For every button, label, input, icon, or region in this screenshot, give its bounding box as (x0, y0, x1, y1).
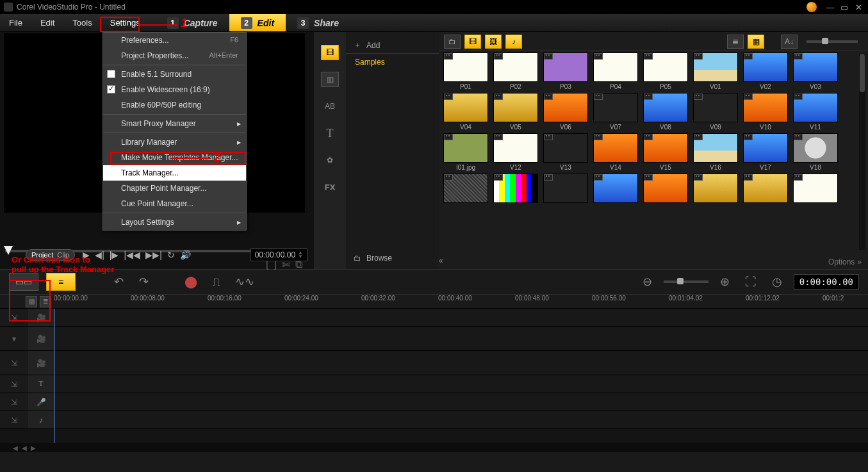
ruler-body[interactable]: 00:00:00.0000:00:08.0000:00:16.0000:00:2… (54, 295, 868, 308)
overlay2-track-body[interactable] (54, 351, 868, 375)
library-item[interactable]: V01 (692, 53, 739, 90)
filter-photo-button[interactable]: 🖼 (485, 35, 502, 49)
track-manager-icon[interactable]: ≣ (40, 296, 51, 307)
library-folder-icon[interactable]: 🗀 (444, 35, 461, 49)
fit-project-button[interactable]: ⛶ (741, 275, 760, 289)
library-scrollbar[interactable] (859, 54, 865, 250)
video-track-body[interactable] (54, 309, 868, 326)
minimize-button[interactable]: — (824, 3, 836, 12)
lock-title-button[interactable]: ⇲ (0, 375, 28, 393)
mode-clip[interactable]: Clip (57, 251, 69, 259)
music-track-icon[interactable]: ♪ (28, 411, 54, 428)
menu-item-cue-point-manager[interactable]: Cue Point Manager... (103, 196, 246, 211)
thumbnail-size-slider[interactable] (807, 40, 858, 43)
storyboard-view-button[interactable]: ▭▭ (9, 273, 38, 291)
next-frame-button[interactable]: |▶ (110, 250, 119, 260)
scroll-left2-button[interactable]: ◀ (22, 444, 27, 452)
timeline-view-button[interactable]: ≡ (46, 273, 76, 291)
library-item[interactable] (692, 174, 739, 204)
undo-button[interactable]: ↶ (110, 275, 127, 289)
step-edit[interactable]: 2Edit (229, 14, 286, 31)
step-capture[interactable]: 1Capture (156, 14, 229, 31)
title-track-icon[interactable]: T (28, 375, 54, 393)
library-item[interactable]: I01.jpg (443, 133, 489, 171)
menu-file[interactable]: File (0, 14, 31, 31)
library-item[interactable] (493, 174, 539, 204)
record-button[interactable]: ⬤ (181, 275, 201, 289)
slider-knob-icon[interactable] (822, 38, 828, 44)
zoom-out-button[interactable]: ⊖ (639, 275, 656, 289)
prev-frame-button[interactable]: ◀| (95, 250, 104, 260)
category-title-ab-button[interactable]: AB (321, 99, 339, 114)
library-item[interactable] (792, 174, 839, 204)
library-item[interactable]: V15 (643, 133, 689, 171)
library-item[interactable] (742, 174, 789, 204)
menu-item-layout-settings[interactable]: Layout Settings▸ (103, 215, 246, 230)
library-item[interactable]: V16 (692, 133, 739, 171)
scroll-thumb[interactable] (860, 54, 865, 92)
timeline-h-scrollbar[interactable]: ◀ ◀ ▶ (0, 443, 868, 452)
library-item[interactable] (443, 174, 489, 204)
video-track-icon[interactable]: 🎥 (28, 309, 54, 326)
lock-overlay-button[interactable]: ⇲ (0, 351, 28, 375)
library-item[interactable]: V02 (742, 53, 789, 90)
folder-samples[interactable]: Samples (346, 54, 439, 70)
audio-mixer-button[interactable]: ⎍ (209, 275, 224, 289)
zoom-slider[interactable] (664, 281, 708, 283)
timecode-spinner[interactable]: ▲▼ (298, 251, 303, 259)
maximize-button[interactable]: ▭ (839, 3, 850, 12)
end-button[interactable]: ▶▶| (145, 250, 162, 260)
library-item[interactable]: V17 (742, 133, 789, 171)
browse-button[interactable]: 🗀 Browse (346, 251, 400, 265)
library-item[interactable]: P01 (443, 53, 489, 90)
library-item[interactable]: V13 (543, 133, 589, 171)
library-item[interactable]: V14 (593, 133, 639, 171)
library-item[interactable]: V06 (543, 93, 589, 131)
close-button[interactable]: ✕ (853, 3, 864, 12)
scroll-right-button[interactable]: ▶ (31, 444, 36, 452)
menu-item-enable-widescreen-16-9[interactable]: Enable Widescreen (16:9) (103, 82, 246, 97)
category-fx-button[interactable]: FX (321, 179, 339, 195)
mode-project[interactable]: Project (31, 251, 53, 259)
play-button[interactable]: ▶ (83, 250, 90, 260)
view-grid-button[interactable]: ▦ (748, 35, 764, 49)
menu-item-library-manager[interactable]: Library Manager▸ (103, 134, 246, 150)
category-transition-button[interactable]: ▥ (321, 72, 339, 87)
library-item[interactable]: V05 (493, 93, 539, 131)
library-item[interactable]: P03 (543, 53, 589, 90)
category-graphic-button[interactable]: ✿ (321, 152, 339, 168)
music-track-body[interactable] (54, 411, 868, 428)
menu-item-preferences[interactable]: Preferences...F6 (103, 33, 246, 48)
overlay2-track-icon[interactable]: 🎥 (28, 351, 54, 375)
menu-settings[interactable]: Settings (101, 14, 149, 31)
menu-item-enable-5-1-surround[interactable]: Enable 5.1 Surround (103, 67, 246, 82)
filter-video-button[interactable]: 🎞 (464, 35, 481, 49)
library-item[interactable]: V10 (742, 93, 789, 131)
volume-button[interactable]: 🔊 (180, 250, 191, 260)
preview-timecode[interactable]: 00:00:00.00 ▲▼ (250, 248, 307, 261)
library-item[interactable]: V09 (692, 93, 739, 131)
overlay-track-body[interactable] (54, 327, 868, 350)
voice-track-body[interactable] (54, 393, 868, 411)
step-share[interactable]: 3Share (286, 14, 350, 31)
category-title-t-button[interactable]: T (321, 126, 339, 141)
library-item[interactable] (643, 174, 689, 204)
library-item[interactable]: V04 (443, 93, 489, 131)
start-button[interactable]: |◀◀ (124, 250, 140, 260)
library-item[interactable] (543, 174, 589, 204)
library-item[interactable]: V18 (792, 133, 839, 171)
playhead-icon[interactable] (54, 309, 54, 443)
zoom-knob-icon[interactable] (677, 278, 684, 284)
view-list-button[interactable]: ≣ (727, 35, 744, 49)
toggle-tracks-icon[interactable]: ▤ (26, 296, 37, 307)
lock-music-button[interactable]: ⇲ (0, 411, 28, 428)
lock-voice-button[interactable]: ⇲ (0, 393, 28, 411)
overlay-track-icon[interactable]: 🎥 (28, 327, 54, 350)
menu-item-chapter-point-manager[interactable]: Chapter Point Manager... (103, 181, 246, 196)
zoom-in-button[interactable]: ⊕ (716, 275, 733, 289)
scroll-left-button[interactable]: ◀ (13, 444, 18, 452)
library-item[interactable]: P04 (593, 53, 639, 90)
library-item[interactable]: V03 (792, 53, 839, 90)
collapse-all-button[interactable]: ⇲ (0, 309, 28, 326)
library-item[interactable]: V12 (493, 133, 539, 171)
